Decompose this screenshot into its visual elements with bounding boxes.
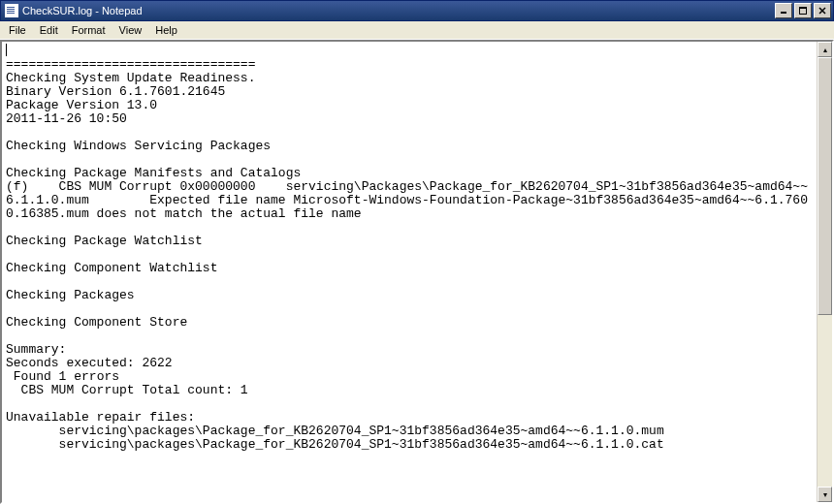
window-title: CheckSUR.log - Notepad: [22, 5, 775, 16]
titlebar[interactable]: CheckSUR.log - Notepad: [0, 0, 834, 21]
scroll-track[interactable]: [818, 57, 832, 487]
editor-container: ================================= Checki…: [0, 40, 834, 504]
menu-help[interactable]: Help: [148, 22, 184, 38]
window-controls: [775, 3, 831, 18]
menubar: File Edit Format View Help: [0, 21, 834, 40]
menu-edit[interactable]: Edit: [33, 22, 65, 38]
menu-file[interactable]: File: [2, 22, 33, 38]
vertical-scrollbar[interactable]: ▴ ▾: [817, 42, 832, 502]
scroll-thumb[interactable]: [818, 57, 832, 315]
close-button[interactable]: [814, 3, 831, 18]
minimize-button[interactable]: [775, 3, 792, 18]
menu-view[interactable]: View: [112, 22, 149, 38]
maximize-button[interactable]: [794, 3, 812, 18]
notepad-icon: [5, 4, 18, 17]
menu-format[interactable]: Format: [65, 22, 112, 38]
scroll-up-button[interactable]: ▴: [818, 42, 832, 57]
scroll-down-button[interactable]: ▾: [818, 487, 832, 502]
text-cursor: [6, 44, 7, 56]
text-area[interactable]: ================================= Checki…: [2, 42, 817, 502]
